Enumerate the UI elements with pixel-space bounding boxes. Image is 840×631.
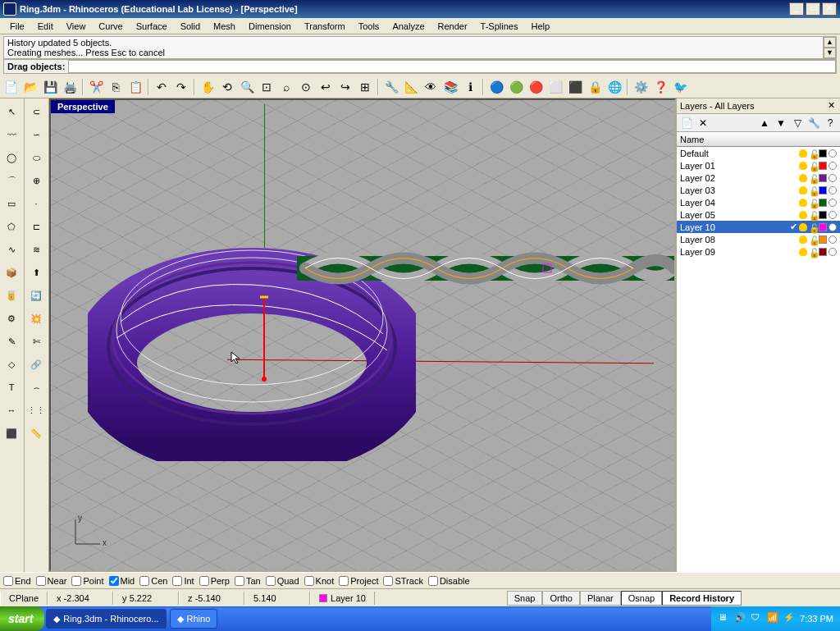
osnap-checkbox[interactable]	[235, 576, 244, 586]
cplane-button[interactable]: 🔧	[382, 78, 400, 96]
menu-mesh[interactable]: Mesh	[207, 20, 242, 33]
layer-lock-icon[interactable]: 🔓	[809, 248, 817, 256]
osnap-checkbox[interactable]	[266, 576, 276, 586]
layer-row[interactable]: Default🔓	[677, 147, 840, 159]
osnap-knot[interactable]: Knot	[304, 576, 335, 586]
layer-lock-icon[interactable]: 🔓	[809, 211, 817, 219]
surface-tool[interactable]: ◇	[1, 354, 22, 375]
arc-tool[interactable]: ⌒	[1, 170, 22, 191]
layer-color-swatch[interactable]	[819, 211, 827, 219]
osnap-point[interactable]: Point	[71, 576, 103, 586]
layer-lock-icon[interactable]: 🔓	[809, 199, 817, 207]
osnap-perp[interactable]: Perp	[199, 576, 230, 586]
zoom-window-button[interactable]: ⌕	[277, 78, 295, 96]
hide-button[interactable]: ⬜	[546, 78, 564, 96]
rectangle-tool[interactable]: ▭	[1, 193, 22, 214]
osnap-checkbox[interactable]	[339, 576, 349, 586]
point-tool[interactable]: ·	[25, 193, 47, 214]
text-tool[interactable]: T	[1, 377, 22, 398]
set-view-button[interactable]: 👁	[422, 78, 440, 96]
layer-visibility-icon[interactable]	[799, 186, 807, 194]
osnap-mid[interactable]: Mid	[109, 576, 135, 586]
menu-tools[interactable]: Tools	[352, 20, 386, 33]
trim-tool[interactable]: ✄	[25, 331, 47, 352]
render-button[interactable]: 🟢	[507, 78, 525, 96]
layers-header[interactable]: Name	[677, 132, 840, 147]
new-button[interactable]: 📄	[2, 78, 20, 96]
maximize-button[interactable]: ▭	[806, 2, 820, 16]
record-history-toggle[interactable]: Record History	[662, 591, 742, 606]
redo-button[interactable]: ↷	[172, 78, 190, 96]
circle-tool[interactable]: ◯	[1, 147, 22, 168]
menu-transform[interactable]: Transform	[298, 20, 352, 33]
zoom-extents-button[interactable]: ⊡	[258, 78, 276, 96]
loft-tool[interactable]: ≋	[25, 239, 47, 260]
menu-dimension[interactable]: Dimension	[242, 20, 298, 33]
layer-row[interactable]: Layer 02🔓	[677, 171, 840, 184]
lasso-tool[interactable]: ⊂	[25, 101, 47, 122]
curve-tool[interactable]: ∿	[1, 239, 22, 260]
osnap-checkbox[interactable]	[199, 576, 209, 586]
menu-surface[interactable]: Surface	[130, 20, 174, 33]
cylinder-tool[interactable]: 🥫	[1, 285, 22, 306]
render-sphere-button[interactable]: 🌐	[605, 78, 623, 96]
tray-icon[interactable]: 🔊	[734, 612, 747, 625]
tray-icon[interactable]: 📶	[767, 612, 780, 625]
osnap-checkbox[interactable]	[3, 576, 13, 586]
layer-material-swatch[interactable]	[829, 199, 837, 207]
extrude-tool[interactable]: ⬆	[25, 262, 47, 283]
layer-lock-icon[interactable]: 🔓	[809, 223, 817, 231]
layer-visibility-icon[interactable]	[799, 199, 807, 207]
layer-material-swatch[interactable]	[829, 223, 837, 231]
osnap-checkbox[interactable]	[172, 576, 182, 586]
analyze-tool[interactable]: 📏	[25, 423, 47, 444]
help-button[interactable]: ❓	[651, 78, 669, 96]
osnap-disable[interactable]: Disable	[428, 576, 470, 586]
render-preview-button[interactable]: 🔴	[527, 78, 545, 96]
dimension-tool[interactable]: ↔	[1, 400, 22, 421]
menu-curve[interactable]: Curve	[92, 20, 129, 33]
osnap-checkbox[interactable]	[383, 576, 393, 586]
paste-button[interactable]: 📋	[126, 78, 144, 96]
menu-edit[interactable]: Edit	[31, 20, 60, 33]
osnap-checkbox[interactable]	[304, 576, 314, 586]
layer-color-swatch[interactable]	[819, 162, 827, 170]
layer-color-swatch[interactable]	[819, 223, 827, 231]
layer-row[interactable]: Layer 03🔓	[677, 184, 840, 196]
viewport-label[interactable]: Perspective	[51, 100, 115, 113]
layer-lock-icon[interactable]: 🔓	[809, 149, 817, 158]
layer-row[interactable]: Layer 05🔓	[677, 208, 840, 221]
viewport[interactable]: Perspective y x	[49, 98, 676, 572]
solid-tool[interactable]: ⬛	[1, 423, 22, 444]
close-button[interactable]: ✕	[822, 2, 837, 16]
explode-tool[interactable]: 💥	[25, 308, 47, 329]
osnap-toggle[interactable]: Osnap	[621, 591, 662, 606]
osnap-checkbox[interactable]	[428, 576, 438, 586]
menu-help[interactable]: Help	[524, 20, 556, 33]
menu-solid[interactable]: Solid	[174, 20, 207, 33]
osnap-cen[interactable]: Cen	[139, 576, 167, 586]
polygon-tool[interactable]: ⬠	[1, 216, 22, 237]
status-layer[interactable]: Layer 10	[310, 592, 375, 605]
menu-view[interactable]: View	[60, 20, 93, 33]
start-button[interactable]: start	[0, 606, 44, 631]
open-button[interactable]: 📂	[21, 78, 39, 96]
layer-lock-icon[interactable]: 🔓	[809, 162, 817, 170]
layer-visibility-icon[interactable]	[799, 174, 807, 182]
status-cplane[interactable]: CPlane	[0, 592, 48, 605]
layer-tools-icon[interactable]: 🔧	[807, 117, 820, 130]
layer-material-swatch[interactable]	[829, 174, 837, 182]
box-tool[interactable]: 📦	[1, 262, 22, 283]
osnap-checkbox[interactable]	[139, 576, 149, 586]
layer-color-swatch[interactable]	[819, 248, 827, 256]
revolve-tool[interactable]: 🔄	[25, 285, 47, 306]
layer-color-swatch[interactable]	[819, 199, 827, 207]
osnap-checkbox[interactable]	[109, 576, 119, 586]
layer-help-icon[interactable]: ?	[824, 117, 837, 130]
interp-curve-tool[interactable]: ∽	[25, 124, 47, 145]
layer-row[interactable]: Layer 09🔓	[677, 245, 840, 258]
layer-lock-icon[interactable]: 🔓	[809, 235, 817, 244]
layers-close-button[interactable]: ✕	[825, 100, 837, 112]
layer-material-swatch[interactable]	[829, 149, 837, 158]
osnap-checkbox[interactable]	[71, 576, 81, 586]
